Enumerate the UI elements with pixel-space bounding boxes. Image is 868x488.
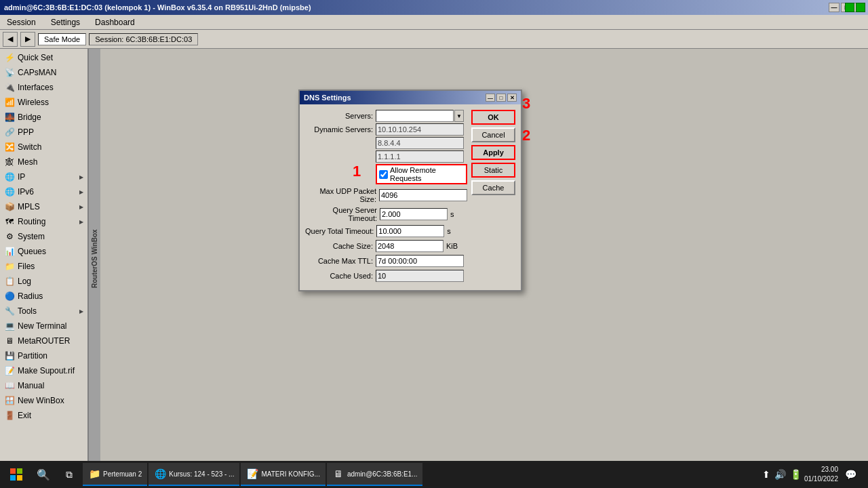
allow-remote-text: Allow Remote Requests — [390, 166, 464, 182]
taskbar-app-word[interactable]: 📝 MATERI KONFIG... — [241, 463, 325, 486]
task-view-button[interactable]: ⧉ — [57, 464, 81, 485]
svg-rect-1 — [17, 468, 22, 474]
sidebar-label-mpls: MPLS — [18, 202, 40, 211]
sidebar-item-capsman[interactable]: 📡 CAPsMAN — [0, 65, 87, 80]
taskbar-app-winbox[interactable]: 🌐 Kursus: 124 - 523 - ... — [149, 463, 239, 486]
menu-session[interactable]: Session — [3, 16, 40, 28]
sidebar-item-system[interactable]: ⚙ System — [0, 229, 87, 244]
annotation-3: 3 — [522, 95, 530, 113]
safe-mode-indicator: Safe Mode — [38, 33, 86, 45]
tray-network-icon[interactable]: ⬆ — [762, 469, 770, 480]
routeros-label: RouterOS WinBox — [88, 49, 100, 469]
servers-dropdown-arrow[interactable]: ▼ — [454, 110, 464, 122]
dialog-controls: — □ ✕ — [486, 94, 517, 102]
cache-used-label: Cache Used: — [305, 272, 373, 280]
svg-rect-2 — [10, 475, 16, 481]
sidebar-label-queues: Queues — [18, 247, 46, 256]
sidebar-item-mesh[interactable]: 🕸 Mesh — [0, 155, 87, 169]
sidebar-label-make-supout: Make Supout.rif — [18, 366, 75, 375]
taskbar: 🔍 ⧉ 📁 Pertemuan 2 🌐 Kursus: 124 - 523 - … — [0, 461, 868, 488]
dialog-title-bar: DNS Settings — □ ✕ — [300, 91, 521, 104]
sidebar-item-partition[interactable]: 💾 Partition — [0, 348, 87, 363]
manual-icon: 📖 — [4, 380, 15, 391]
ok-button[interactable]: OK — [471, 110, 515, 125]
tray-time[interactable]: 23.00 01/10/2022 — [804, 465, 838, 484]
start-button[interactable] — [3, 464, 30, 485]
allow-remote-checkbox-input[interactable] — [379, 170, 388, 179]
sidebar-label-exit: Exit — [18, 411, 31, 420]
taskbar-app-explorer[interactable]: 📁 Pertemuan 2 — [83, 463, 147, 486]
tray-volume-icon[interactable]: 🔊 — [774, 469, 786, 480]
sidebar-item-ip[interactable]: 🌐 IP — [0, 169, 87, 184]
query-total-timeout-input[interactable] — [376, 225, 444, 237]
annotation-2: 2 — [522, 127, 530, 144]
svg-rect-3 — [17, 475, 22, 481]
sidebar-item-mpls[interactable]: 📦 MPLS — [0, 199, 87, 214]
sidebar-label-new-terminal: New Terminal — [18, 321, 66, 331]
sidebar-item-make-supout[interactable]: 📝 Make Supout.rif — [0, 363, 87, 378]
cache-size-input[interactable] — [376, 240, 443, 252]
sidebar-label-files: Files — [18, 262, 35, 271]
sidebar-item-new-winbox[interactable]: 🪟 New WinBox — [0, 393, 87, 408]
sidebar-item-wireless[interactable]: 📶 Wireless — [0, 95, 87, 110]
sidebar-item-radius[interactable]: 🔵 Radius — [0, 289, 87, 304]
log-icon: 📋 — [4, 276, 15, 287]
query-server-timeout-input[interactable] — [380, 208, 448, 220]
sidebar-item-manual[interactable]: 📖 Manual — [0, 378, 87, 393]
servers-row: Servers: ▼ — [305, 110, 467, 122]
sidebar-item-files[interactable]: 📁 Files — [0, 259, 87, 274]
taskbar-app-winbox2[interactable]: 🖥 admin@6C:3B:6B:E1... — [327, 463, 423, 486]
servers-input[interactable] — [376, 110, 454, 122]
apply-button[interactable]: Apply — [471, 145, 515, 160]
sidebar-item-log[interactable]: 📋 Log — [0, 274, 87, 289]
forward-button[interactable]: ▶ — [20, 32, 35, 47]
search-button[interactable]: 🔍 — [31, 464, 56, 485]
sidebar-label-new-winbox: New WinBox — [18, 396, 64, 405]
sidebar-item-new-terminal[interactable]: 💻 New Terminal — [0, 319, 87, 333]
tray-icons: ⬆ 🔊 🔋 — [762, 469, 802, 480]
max-udp-input[interactable] — [379, 189, 467, 201]
menu-settings[interactable]: Settings — [47, 16, 84, 28]
green-indicator-2 — [856, 3, 865, 12]
sidebar-label-capsman: CAPsMAN — [18, 68, 56, 77]
tray-battery-icon[interactable]: 🔋 — [790, 469, 802, 480]
allow-remote-checkbox-label[interactable]: Allow Remote Requests — [376, 164, 467, 184]
sidebar-item-routing[interactable]: 🗺 Routing — [0, 214, 87, 229]
sidebar-item-quick-set[interactable]: ⚡ Quick Set — [0, 50, 87, 65]
static-button[interactable]: Static — [471, 163, 515, 178]
sidebar-label-wireless: Wireless — [18, 98, 49, 107]
dynamic-servers-label: Dynamic Servers: — [305, 125, 373, 134]
sidebar-item-bridge[interactable]: 🌉 Bridge — [0, 110, 87, 125]
winbox2-taskbar-icon: 🖥 — [332, 468, 344, 480]
cache-button[interactable]: Cache — [471, 180, 515, 195]
menu-dashboard[interactable]: Dashboard — [91, 16, 139, 28]
back-button[interactable]: ◀ — [3, 32, 18, 47]
dialog-minimize-button[interactable]: — — [486, 94, 495, 102]
minimize-button[interactable]: — — [829, 3, 840, 12]
new-winbox-icon: 🪟 — [4, 395, 15, 406]
sidebar-label-partition: Partition — [18, 351, 47, 361]
cache-max-ttl-input[interactable] — [376, 255, 464, 267]
content-area: RouterOS WinBox DNS Settings — □ ✕ Serve… — [88, 49, 868, 469]
sidebar-item-switch[interactable]: 🔀 Switch — [0, 140, 87, 155]
tools-icon: 🔧 — [4, 306, 15, 317]
dynamic-servers-row-1: Dynamic Servers: — [305, 123, 467, 136]
sidebar-item-interfaces[interactable]: 🔌 Interfaces — [0, 80, 87, 95]
cache-used-input — [376, 270, 464, 282]
tray-date: 01/10/2022 — [804, 474, 838, 484]
sidebar-label-metarouter: MetaROUTER — [18, 336, 70, 346]
sidebar-label-system: System — [18, 232, 45, 241]
sidebar-label-log: Log — [18, 277, 31, 286]
ppp-icon: 🔗 — [4, 127, 15, 138]
sidebar-item-tools[interactable]: 🔧 Tools — [0, 304, 87, 319]
sidebar-item-ppp[interactable]: 🔗 PPP — [0, 125, 87, 140]
sidebar-item-queues[interactable]: 📊 Queues — [0, 244, 87, 259]
sidebar-item-ipv6[interactable]: 🌐 IPv6 — [0, 184, 87, 199]
make-supout-icon: 📝 — [4, 365, 15, 376]
dialog-close-button[interactable]: ✕ — [507, 94, 517, 102]
sidebar-item-exit[interactable]: 🚪 Exit — [0, 408, 87, 423]
dialog-restore-button[interactable]: □ — [496, 94, 506, 102]
cancel-button[interactable]: Cancel — [471, 127, 515, 142]
sidebar-item-metarouter[interactable]: 🖥 MetaROUTER — [0, 333, 87, 348]
notification-center-button[interactable]: 💬 — [841, 464, 860, 485]
